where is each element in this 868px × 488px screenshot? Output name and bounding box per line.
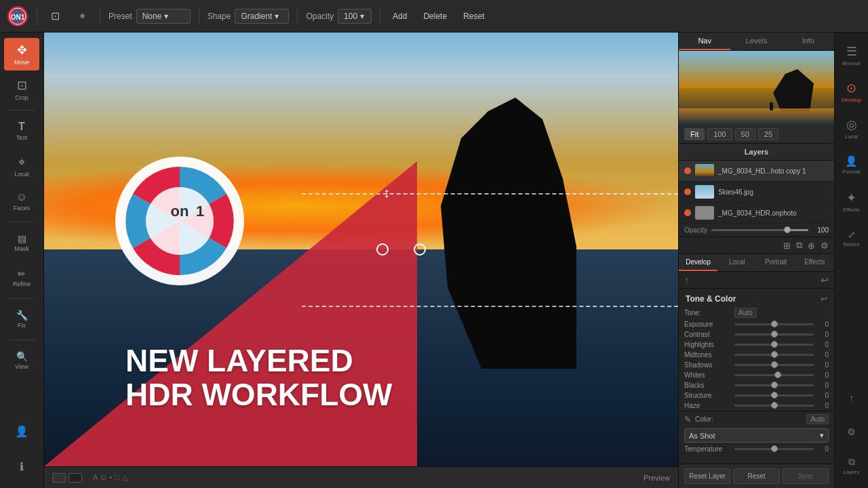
svg-point-4 (146, 187, 214, 255)
shadows-slider[interactable] (734, 364, 814, 366)
reset-all-btn[interactable]: Reset (733, 468, 779, 484)
layer-visibility-2[interactable] (684, 188, 691, 195)
opacity-thumb (784, 226, 791, 233)
split-view-btn[interactable] (68, 473, 82, 483)
tool-text[interactable]: T Text (4, 115, 39, 147)
layer-item-3[interactable]: _MG_8034_HDR.onphoto (679, 203, 834, 224)
topbar-divider-4 (297, 7, 298, 26)
zoom-fit-btn[interactable]: Fit (684, 128, 705, 140)
layer-item-2[interactable]: Skies46.jpg (679, 182, 834, 203)
layer-blend-btn[interactable]: ⊕ (808, 241, 815, 251)
temperature-slider[interactable] (734, 448, 814, 450)
browse-label: Browse (842, 60, 861, 66)
crop-icon: ⊡ (17, 78, 27, 93)
layers-header: Layers (679, 144, 834, 161)
structure-slider[interactable] (734, 394, 814, 396)
tool-local[interactable]: ⌖ Local (4, 150, 39, 182)
add-button[interactable]: Add (389, 9, 411, 23)
tool-mask[interactable]: ▤ Mask (4, 226, 39, 259)
far-resize[interactable]: ⤢ Resize (837, 221, 867, 255)
whites-slider[interactable] (734, 374, 814, 376)
tone-auto-btn[interactable]: Auto (734, 308, 757, 318)
text-tool-small[interactable]: A (93, 473, 98, 482)
app-logo[interactable]: ON1 (7, 5, 28, 27)
layer-visibility-3[interactable] (684, 209, 691, 216)
tab-develop[interactable]: Develop (679, 254, 717, 271)
preset-select[interactable]: None ▾ (136, 9, 191, 24)
circle-tool-small[interactable]: ⊙ (100, 473, 106, 482)
layer-duplicate-btn[interactable]: ⧉ (796, 240, 802, 251)
dot-tool-small[interactable]: • (109, 473, 112, 482)
tool-crop[interactable]: ⊡ Crop (4, 73, 39, 106)
far-portrait[interactable]: 👤 Portrait (837, 148, 867, 182)
zoom-25-btn[interactable]: 25 (758, 128, 778, 140)
structure-label: Structure (684, 392, 732, 399)
far-browse[interactable]: ☰ Browse (837, 38, 867, 72)
reset-button[interactable]: Reset (459, 9, 488, 23)
canvas-inner[interactable]: on 1 NEW LAYERED HDR WORKFLOW ↕ (44, 33, 678, 466)
shape-select[interactable]: Gradient ▾ (235, 9, 289, 24)
triangle-tool-small[interactable]: △ (122, 473, 127, 482)
blacks-slider[interactable] (734, 384, 814, 386)
far-local[interactable]: ◎ Local (837, 111, 867, 145)
tab-info[interactable]: Info (783, 33, 834, 50)
far-develop[interactable]: ⊙ Develop (837, 75, 867, 108)
contrast-slider[interactable] (734, 333, 814, 336)
as-shot-select[interactable]: As Shot ▾ (684, 428, 829, 443)
right-panel: Nav Levels Info Fit 100 50 25 Layers _MG… (678, 33, 834, 488)
layer-settings-btn[interactable]: ⚙ (821, 241, 829, 251)
zoom-50-btn[interactable]: 50 (735, 128, 755, 140)
panel-undo-btn[interactable]: ↩ (821, 274, 829, 285)
canvas-area: on 1 NEW LAYERED HDR WORKFLOW ↕ (44, 33, 678, 488)
single-view-btn[interactable] (52, 473, 66, 483)
nav-preview-image[interactable] (679, 51, 834, 125)
color-auto-btn[interactable]: Auto (806, 414, 829, 424)
tool-info[interactable]: ℹ (4, 450, 39, 483)
layer-name-1: _MG_8034_HD...hoto copy 1 (718, 167, 806, 175)
tool-fix[interactable]: 🔧 Fix (4, 303, 39, 336)
tab-portrait[interactable]: Portrait (757, 254, 795, 271)
info-icon: ℹ (20, 460, 24, 473)
tab-levels[interactable]: Levels (730, 33, 782, 50)
reset-layer-btn[interactable]: Reset Layer (684, 468, 730, 484)
highlights-thumb (771, 341, 778, 348)
opacity-slider[interactable] (711, 229, 808, 231)
blacks-value: 0 (816, 382, 829, 389)
tool-refine[interactable]: ✏ Refine (4, 262, 39, 294)
midtones-slider[interactable] (734, 354, 814, 356)
highlights-slider[interactable] (734, 344, 814, 346)
eyedropper-icon[interactable]: ✎ (684, 415, 691, 424)
delete-button[interactable]: Delete (419, 9, 451, 23)
tool-person[interactable]: 👤 (4, 415, 39, 447)
far-settings[interactable]: ⚙ (837, 415, 867, 449)
layer-item-1[interactable]: _MG_8034_HD...hoto copy 1 (679, 161, 834, 182)
sync-btn[interactable]: Sync (783, 468, 829, 484)
exposure-slider[interactable] (734, 323, 814, 325)
far-effects[interactable]: ✦ Effects (837, 184, 867, 218)
resize-handle-arrow[interactable]: ↕ (383, 185, 390, 201)
develop-tabs: Develop Local Portrait Effects (679, 254, 834, 272)
panel-export-btn[interactable]: ↑ (684, 274, 689, 285)
gradient-tool-btn[interactable]: ⌖ (73, 7, 92, 26)
zoom-100-btn[interactable]: 100 (707, 128, 732, 140)
midtones-value: 0 (816, 351, 829, 359)
tool-faces[interactable]: ☺ Faces (4, 185, 39, 218)
contrast-thumb (771, 331, 778, 338)
control-handle-left[interactable] (376, 243, 389, 256)
layer-visibility-1[interactable] (684, 167, 691, 174)
tab-effects[interactable]: Effects (795, 254, 834, 271)
tab-local[interactable]: Local (717, 254, 756, 271)
structure-row: Structure 0 (679, 390, 834, 401)
control-handle-center[interactable] (414, 243, 426, 256)
square-tool-small[interactable]: □ (115, 473, 119, 482)
opacity-select[interactable]: 100 ▾ (338, 9, 372, 24)
far-layers[interactable]: ⧉ Layers (837, 449, 867, 483)
haze-slider[interactable] (734, 405, 814, 407)
tab-nav[interactable]: Nav (679, 33, 730, 50)
mask-tool-btn[interactable]: ⊡ (45, 7, 64, 26)
layer-copy-btn[interactable]: ⊞ (783, 241, 791, 251)
tone-section-reset[interactable]: ↩ (821, 294, 827, 304)
tool-move[interactable]: ✥ Move (4, 38, 39, 70)
far-export[interactable]: ↑ (837, 381, 867, 415)
tool-view[interactable]: 🔍 View (4, 344, 39, 377)
